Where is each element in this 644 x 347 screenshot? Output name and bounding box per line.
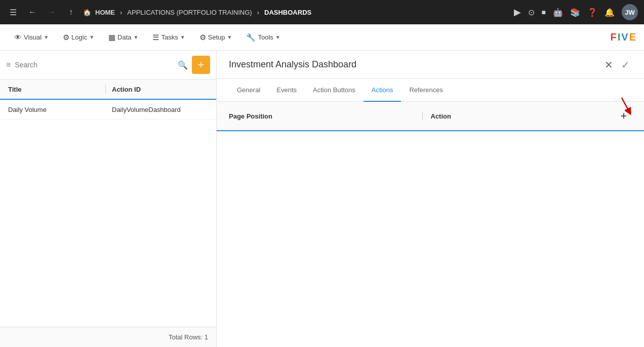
forward-icon[interactable]: → bbox=[45, 5, 59, 19]
row-action-id: DailyVolumeDashboard bbox=[112, 106, 208, 113]
books-icon[interactable]: 📚 bbox=[570, 8, 580, 17]
header-title: Title bbox=[8, 86, 99, 93]
back-icon[interactable]: ← bbox=[25, 5, 39, 19]
actions-col-divider bbox=[422, 111, 423, 121]
actions-table-body bbox=[217, 131, 644, 347]
search-input[interactable] bbox=[15, 61, 174, 69]
five-logo: FIVE bbox=[611, 31, 636, 43]
user-avatar[interactable]: JW bbox=[622, 4, 638, 20]
toolbar-data[interactable]: ▦ Data ▼ bbox=[102, 30, 144, 45]
search-bar: ≡ 🔍 + bbox=[0, 51, 216, 80]
toolbar-tools-label: Tools bbox=[258, 33, 273, 41]
breadcrumb-sep-2: › bbox=[257, 9, 259, 16]
confirm-button[interactable]: ✓ bbox=[619, 57, 632, 73]
toolbar-visual[interactable]: 👁 Visual ▼ bbox=[8, 30, 55, 45]
up-icon[interactable]: ↑ bbox=[64, 5, 78, 19]
actions-add-button[interactable]: + bbox=[616, 108, 632, 124]
visual-icon: 👁 bbox=[14, 33, 22, 42]
breadcrumb-applications[interactable]: APPLICATIONS (PORTFOLIO TRAINING) bbox=[127, 9, 252, 16]
breadcrumb-dashboards[interactable]: DASHBOARDS bbox=[264, 9, 311, 16]
toolbar-data-label: Data bbox=[117, 33, 131, 41]
setup-caret: ▼ bbox=[227, 34, 232, 40]
left-panel: ≡ 🔍 + Title Action ID Daily Volume Daily… bbox=[0, 51, 217, 347]
header-action-id: Action ID bbox=[112, 86, 208, 93]
tab-actions[interactable]: Actions bbox=[364, 79, 401, 102]
logic-caret: ▼ bbox=[89, 34, 94, 40]
breadcrumb-home[interactable]: HOME bbox=[95, 9, 115, 16]
table-row[interactable]: Daily Volume DailyVolumeDashboard bbox=[0, 100, 216, 120]
actions-table: Page Position Action + bbox=[217, 102, 644, 347]
notifications-icon[interactable]: 🔔 bbox=[605, 8, 615, 17]
tools-caret: ▼ bbox=[275, 34, 280, 40]
toolbar: 👁 Visual ▼ ⚙ Logic ▼ ▦ Data ▼ ☰ Tasks ▼ … bbox=[0, 24, 644, 51]
top-nav: ☰ ← → ↑ 🏠 HOME › APPLICATIONS (PORTFOLIO… bbox=[0, 0, 644, 24]
panel-title: Investment Analysis Dashboard bbox=[229, 59, 602, 70]
toolbar-setup-label: Setup bbox=[208, 33, 225, 41]
toolbar-setup[interactable]: ⚙ Setup ▼ bbox=[193, 30, 238, 45]
toolbar-tools[interactable]: 🔧 Tools ▼ bbox=[240, 30, 286, 45]
actions-table-header: Page Position Action + bbox=[217, 102, 644, 131]
list-table-header: Title Action ID bbox=[0, 80, 216, 100]
main-layout: ≡ 🔍 + Title Action ID Daily Volume Daily… bbox=[0, 51, 644, 347]
toolbar-logic-label: Logic bbox=[71, 33, 87, 41]
row-divider bbox=[105, 105, 106, 114]
tools-icon: 🔧 bbox=[246, 33, 256, 42]
header-actions: ✕ ✓ bbox=[602, 57, 632, 73]
toolbar-tasks-label: Tasks bbox=[161, 33, 178, 41]
tab-action-buttons[interactable]: Action Buttons bbox=[305, 79, 364, 102]
logic-icon: ⚙ bbox=[63, 33, 69, 42]
breadcrumb: 🏠 HOME › APPLICATIONS (PORTFOLIO TRAININ… bbox=[83, 9, 509, 16]
play-icon[interactable]: ▶ bbox=[514, 7, 521, 18]
setup-icon: ⚙ bbox=[199, 33, 206, 42]
tab-references[interactable]: References bbox=[401, 79, 451, 102]
breadcrumb-sep-1: › bbox=[120, 9, 122, 16]
help-icon[interactable]: ❓ bbox=[587, 8, 597, 17]
nav-right: ▶ ⊙ ■ 🤖 📚 ❓ 🔔 JW bbox=[514, 4, 638, 20]
toolbar-tasks[interactable]: ☰ Tasks ▼ bbox=[146, 30, 191, 45]
search-icon[interactable]: 🔍 bbox=[178, 60, 188, 70]
tasks-icon: ☰ bbox=[152, 33, 159, 42]
toolbar-logic[interactable]: ⚙ Logic ▼ bbox=[57, 30, 100, 45]
add-button[interactable]: + bbox=[192, 56, 210, 74]
close-button[interactable]: ✕ bbox=[602, 57, 615, 73]
data-caret: ▼ bbox=[134, 34, 139, 40]
col-action: Action bbox=[431, 112, 616, 120]
toolbar-visual-label: Visual bbox=[24, 33, 42, 41]
tab-events[interactable]: Events bbox=[268, 79, 305, 102]
left-footer: Total Rows: 1 bbox=[0, 327, 216, 347]
preview-icon[interactable]: ⊙ bbox=[528, 8, 535, 17]
right-header: Investment Analysis Dashboard ✕ ✓ bbox=[217, 51, 644, 79]
data-icon: ▦ bbox=[108, 33, 115, 42]
filter-icon: ≡ bbox=[6, 60, 11, 69]
stop-icon[interactable]: ■ bbox=[542, 8, 546, 16]
hamburger-icon[interactable]: ☰ bbox=[6, 5, 20, 19]
row-title: Daily Volume bbox=[8, 106, 99, 113]
robot-icon[interactable]: 🤖 bbox=[553, 8, 563, 17]
total-rows-label: Total Rows: 1 bbox=[169, 333, 208, 341]
col-page-position: Page Position bbox=[229, 112, 414, 120]
tasks-caret: ▼ bbox=[180, 34, 185, 40]
tab-general[interactable]: General bbox=[229, 79, 268, 102]
header-divider bbox=[105, 85, 106, 94]
tabs: General Events Action Buttons Actions Re… bbox=[217, 79, 644, 102]
visual-caret: ▼ bbox=[44, 34, 49, 40]
right-panel: Investment Analysis Dashboard ✕ ✓ Genera… bbox=[217, 51, 644, 347]
home-icon: 🏠 bbox=[83, 9, 91, 16]
